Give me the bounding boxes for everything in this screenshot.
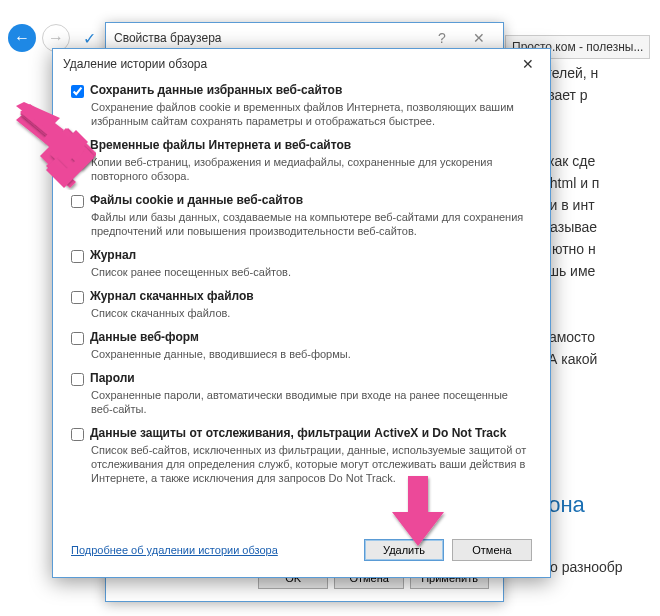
delete-history-dialog: Удаление истории обзора ✕ Сохранить данн… <box>52 48 551 578</box>
option-downloads: Журнал скачанных файловСписок скачанных … <box>71 289 532 320</box>
parent-dialog-title: Свойства браузера <box>114 31 222 45</box>
refresh-check-icon: ✓ <box>78 28 100 50</box>
option-title: Файлы cookie и данные веб-сайтов <box>90 193 303 207</box>
option-desc: Сохраненные данные, вводившиеся в веб-фо… <box>91 347 532 361</box>
option-checkbox-temp[interactable] <box>71 140 84 153</box>
option-desc: Список ранее посещенных веб-сайтов. <box>91 265 532 279</box>
dialog-footer: Подробнее об удалении истории обзора Уда… <box>53 529 550 577</box>
option-row[interactable]: Временные файлы Интернета и веб-сайтов <box>71 138 532 153</box>
svg-marker-2 <box>16 110 56 144</box>
option-checkbox-cookies[interactable] <box>71 195 84 208</box>
option-checkbox-tracking[interactable] <box>71 428 84 441</box>
option-history: ЖурналСписок ранее посещенных веб-сайтов… <box>71 248 532 279</box>
option-row[interactable]: Данные защиты от отслеживания, фильтраци… <box>71 426 532 441</box>
option-title: Пароли <box>90 371 135 385</box>
option-row[interactable]: Журнал <box>71 248 532 263</box>
arrow-left-icon: ← <box>14 29 30 47</box>
option-temp: Временные файлы Интернета и веб-сайтовКо… <box>71 138 532 183</box>
option-passwords: ПаролиСохраненные пароли, автоматически … <box>71 371 532 416</box>
delete-button[interactable]: Удалить <box>364 539 444 561</box>
option-checkbox-downloads[interactable] <box>71 291 84 304</box>
nav-back-button[interactable]: ← <box>8 24 36 52</box>
arrow-right-icon: → <box>48 29 64 47</box>
option-checkbox-passwords[interactable] <box>71 373 84 386</box>
option-desc: Копии веб-страниц, изображения и медиафа… <box>91 155 532 183</box>
option-checkbox-forms[interactable] <box>71 332 84 345</box>
option-row[interactable]: Сохранить данные избранных веб-сайтов <box>71 83 532 98</box>
option-row[interactable]: Файлы cookie и данные веб-сайтов <box>71 193 532 208</box>
cancel-button[interactable]: Отмена <box>452 539 532 561</box>
learn-more-link[interactable]: Подробнее об удалении истории обзора <box>71 544 278 556</box>
option-title: Данные веб-форм <box>90 330 199 344</box>
option-desc: Список скачанных файлов. <box>91 306 532 320</box>
option-tracking: Данные защиты от отслеживания, фильтраци… <box>71 426 532 485</box>
dialog-titlebar: Удаление истории обзора ✕ <box>53 49 550 79</box>
option-title: Сохранить данные избранных веб-сайтов <box>90 83 342 97</box>
option-cookies: Файлы cookie и данные веб-сайтовФайлы ил… <box>71 193 532 238</box>
option-title: Временные файлы Интернета и веб-сайтов <box>90 138 351 152</box>
dialog-close-button[interactable]: ✕ <box>508 51 548 77</box>
option-row[interactable]: Пароли <box>71 371 532 386</box>
option-desc: Файлы или базы данных, создаваемые на ко… <box>91 210 532 238</box>
dialog-body: Сохранить данные избранных веб-сайтовСох… <box>53 79 550 529</box>
option-title: Данные защиты от отслеживания, фильтраци… <box>90 426 506 440</box>
option-desc: Сохранение файлов cookie и временных фай… <box>91 100 532 128</box>
option-desc: Сохраненные пароли, автоматически вводим… <box>91 388 532 416</box>
option-title: Журнал скачанных файлов <box>90 289 254 303</box>
option-checkbox-history[interactable] <box>71 250 84 263</box>
option-fav: Сохранить данные избранных веб-сайтовСох… <box>71 83 532 128</box>
option-desc: Список веб-сайтов, исключенных из фильтр… <box>91 443 532 485</box>
option-row[interactable]: Данные веб-форм <box>71 330 532 345</box>
option-title: Журнал <box>90 248 136 262</box>
dialog-title: Удаление истории обзора <box>63 49 207 79</box>
option-checkbox-fav[interactable] <box>71 85 84 98</box>
option-forms: Данные веб-формСохраненные данные, вводи… <box>71 330 532 361</box>
option-row[interactable]: Журнал скачанных файлов <box>71 289 532 304</box>
